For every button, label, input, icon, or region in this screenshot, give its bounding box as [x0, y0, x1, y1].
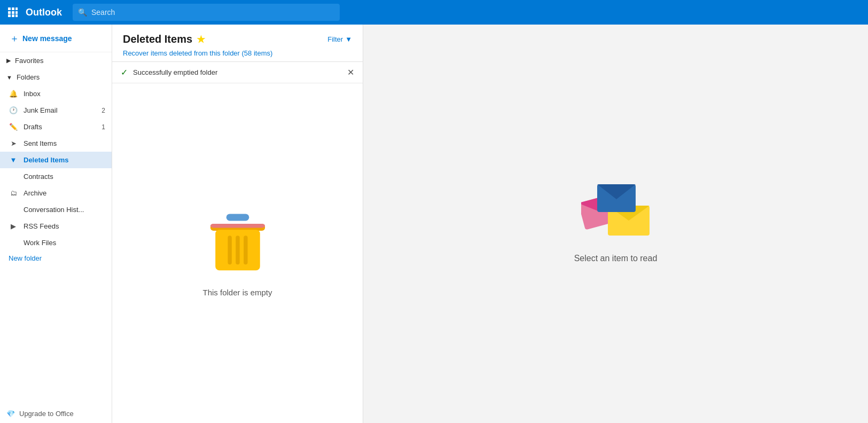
folder-title-text: Deleted Items [123, 33, 192, 45]
sidebar-item-deleted[interactable]: ▼ Deleted Items [0, 152, 112, 168]
folder-title: Deleted Items ★ [123, 33, 205, 45]
sidebar-item-junk[interactable]: 🕐 Junk Email 2 [0, 102, 112, 119]
svg-rect-7 [12, 14, 14, 17]
sidebar-item-drafts[interactable]: ✏️ Drafts 1 [0, 119, 112, 135]
sidebar-item-archive[interactable]: 🗂 Archive [0, 185, 112, 201]
search-input[interactable] [91, 8, 334, 17]
reading-pane: Select an item to read [363, 25, 868, 423]
pencil-icon: ✏️ [9, 123, 18, 131]
upgrade-label: Upgrade to Office [19, 410, 74, 418]
sidebar-item-inbox[interactable]: 🔔 Inbox [0, 85, 112, 102]
search-icon: 🔍 [78, 8, 87, 17]
toast-message: Successfully emptied folder [133, 68, 217, 76]
chevron-right-icon: ▶ [6, 57, 11, 64]
contracts-label: Contracts [24, 173, 53, 181]
rss-label: RSS Feeds [24, 222, 59, 230]
favorites-label: Favorites [15, 57, 43, 65]
topbar: Outlook 🔍 [0, 0, 868, 25]
middle-pane: Deleted Items ★ Filter ▼ Recover items d… [112, 25, 363, 423]
inbox-label: Inbox [24, 90, 41, 98]
checkmark-icon: ✓ [121, 67, 128, 77]
sidebar-item-rss[interactable]: ▶ RSS Feeds [0, 218, 112, 234]
app-logo: Outlook [26, 7, 62, 18]
junk-badge: 2 [101, 107, 105, 114]
mail-stack-illustration [581, 184, 651, 243]
junk-label: Junk Email [24, 106, 58, 114]
svg-rect-15 [244, 236, 247, 264]
deleted-chevron-icon: ▼ [9, 156, 18, 164]
svg-rect-3 [8, 11, 11, 14]
trash-illustration [203, 210, 272, 279]
svg-rect-1 [12, 7, 14, 10]
upgrade-section[interactable]: 💎 Upgrade to Office [0, 404, 112, 423]
svg-rect-8 [15, 14, 18, 17]
search-box[interactable]: 🔍 [73, 4, 340, 21]
folders-section[interactable]: ▼ Folders [0, 69, 112, 85]
archive-icon: 🗂 [9, 189, 18, 197]
action-bar: ＋ New message [0, 25, 112, 52]
deleted-label: Deleted Items [24, 156, 69, 164]
svg-rect-2 [15, 7, 18, 10]
junk-icon: 🕐 [9, 106, 18, 114]
chevron-down-icon: ▼ [6, 74, 12, 81]
sidebar-item-contracts[interactable]: Contracts [0, 168, 112, 185]
filter-label: Filter [327, 35, 343, 43]
new-message-label: New message [22, 34, 72, 43]
folder-title-row: Deleted Items ★ Filter ▼ [123, 33, 352, 45]
recover-link[interactable]: Recover items deleted from this folder (… [123, 49, 272, 57]
filter-chevron-icon: ▼ [345, 35, 352, 43]
upgrade-icon: 💎 [6, 410, 15, 418]
sidebar: ＋ New message ▶ Favorites ▼ Folders 🔔 In… [0, 25, 112, 423]
toast-close-button[interactable]: ✕ [347, 67, 354, 77]
grid-icon[interactable] [6, 7, 19, 17]
rss-chevron-icon: ▶ [9, 222, 18, 230]
conversation-label: Conversation Hist... [24, 206, 84, 214]
sidebar-item-conversation[interactable]: Conversation Hist... [0, 201, 112, 218]
svg-rect-11 [210, 224, 264, 228]
folder-header: Deleted Items ★ Filter ▼ Recover items d… [112, 25, 363, 62]
svg-rect-6 [8, 14, 11, 17]
success-toast: ✓ Successfully emptied folder ✕ [112, 62, 363, 83]
sent-icon: ➤ [9, 139, 18, 147]
svg-rect-9 [226, 214, 249, 221]
svg-rect-4 [12, 11, 14, 14]
favorites-section[interactable]: ▶ Favorites [0, 52, 112, 69]
empty-message: This folder is empty [202, 288, 272, 297]
workfiles-label: Work Files [24, 239, 56, 247]
new-message-button[interactable]: ＋ New message [6, 30, 75, 47]
folders-label: Folders [17, 73, 40, 81]
sidebar-item-workfiles[interactable]: Work Files [0, 234, 112, 251]
main-layout: ＋ New message ▶ Favorites ▼ Folders 🔔 In… [0, 25, 868, 423]
filter-button[interactable]: Filter ▼ [327, 35, 352, 43]
archive-label: Archive [24, 189, 46, 197]
drafts-badge: 1 [101, 123, 105, 131]
svg-rect-14 [236, 236, 239, 264]
svg-rect-13 [228, 236, 231, 264]
drafts-label: Drafts [24, 123, 42, 131]
bell-icon: 🔔 [9, 90, 18, 98]
sent-label: Sent Items [24, 139, 57, 147]
svg-rect-0 [8, 7, 11, 10]
empty-state: This folder is empty [112, 83, 363, 423]
svg-rect-5 [15, 11, 18, 14]
sidebar-item-sent[interactable]: ➤ Sent Items [0, 135, 112, 152]
select-item-text: Select an item to read [574, 254, 658, 263]
plus-icon: ＋ [10, 32, 19, 45]
new-folder-button[interactable]: New folder [0, 251, 112, 265]
star-icon[interactable]: ★ [197, 34, 205, 45]
